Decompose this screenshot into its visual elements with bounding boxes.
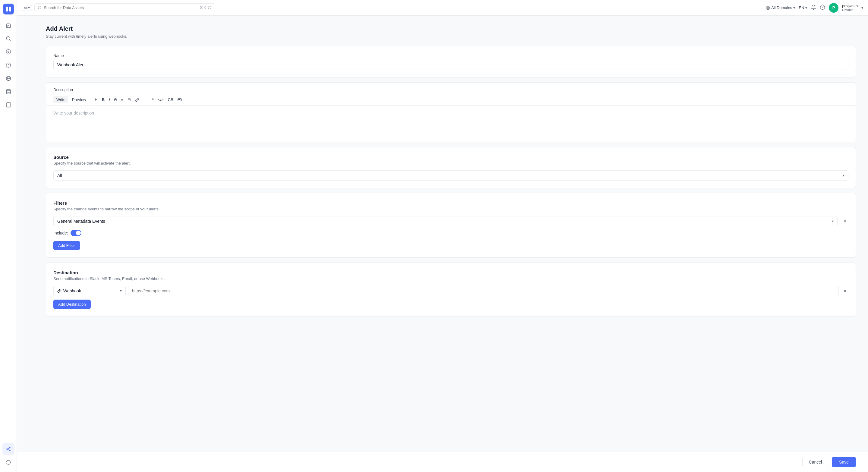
name-input[interactable] [53,60,848,70]
filters-description: Specify the change events to narrow the … [53,207,848,211]
toolbar-divider-1 [91,97,91,102]
cancel-button[interactable]: Cancel [802,457,828,467]
domain-label: All Domains [771,5,792,10]
user-role: Default [842,8,858,12]
filter-type-dropdown[interactable]: General Metadata Events ▾ [53,216,838,226]
sidebar-item-book[interactable] [2,99,14,111]
sidebar-item-insights[interactable] [2,59,14,71]
add-destination-button[interactable]: Add Destination [53,300,91,309]
sidebar-item-search[interactable] [2,33,14,44]
divider-btn[interactable]: — [142,96,149,103]
sidebar-item-refresh[interactable] [2,456,14,468]
svg-point-21 [208,6,211,9]
source-description: Specify the source that will activate th… [53,161,848,165]
domain-selector[interactable]: All Domains ▾ [766,5,795,10]
svg-rect-2 [6,9,8,11]
source-chevron-icon: ▾ [843,173,844,178]
svg-point-14 [7,449,7,450]
topbar: All ▾ ⌘ K All Domains ▾ EN ▾ P prajwal.p… [17,0,868,16]
search-submit-icon [208,6,212,10]
description-editor[interactable]: Write your description [46,106,856,142]
svg-point-4 [6,36,10,40]
add-filter-button[interactable]: Add Filter [53,241,80,250]
remove-destination-button[interactable]: ✕ [841,287,848,294]
user-name: prajwal.p [842,4,858,8]
sidebar-item-globe[interactable] [2,72,14,84]
source-section: Source Specify the source that will acti… [46,147,856,188]
code-btn[interactable]: </> [156,96,165,103]
filter-chevron-icon: ▾ [832,219,834,223]
svg-rect-3 [9,9,11,11]
include-toggle[interactable] [70,230,82,236]
user-info: prajwal.p Default [842,4,858,12]
lang-chevron-icon: ▾ [805,6,807,10]
lang-selector[interactable]: EN ▾ [799,5,807,10]
webhook-icon [57,289,61,293]
filters-title: Filters [53,200,848,206]
destination-description: Send notifications to Slack, MS Teams, E… [53,276,848,281]
user-avatar[interactable]: P [829,3,838,13]
unordered-list-btn[interactable]: ≡ [119,96,125,103]
search-shortcut: ⌘ K [199,6,206,10]
save-button[interactable]: Save [832,457,856,467]
sidebar [0,0,17,472]
markdown-btn[interactable] [176,96,184,103]
destination-type-dropdown[interactable]: Webhook ▾ [53,286,126,296]
blockquote-btn[interactable]: ❝ [150,96,156,103]
svg-point-6 [6,50,10,54]
description-section: Description Write Preview H B I S ≡ ⊟ — … [46,82,856,142]
svg-point-13 [6,90,10,91]
name-section: Name [46,46,856,77]
svg-point-16 [9,450,10,451]
svg-point-15 [9,447,10,448]
search-all-dropdown[interactable]: All ▾ [22,5,32,11]
sidebar-item-home[interactable] [2,19,14,31]
italic-btn[interactable]: I [107,96,112,103]
destination-section: Destination Send notifications to Slack,… [46,262,856,316]
filters-section: Filters Specify the change events to nar… [46,193,856,258]
editor-toolbar: Write Preview H B I S ≡ ⊟ — ❝ </> CB [46,94,856,106]
page-title: Add Alert [46,25,856,32]
user-menu-chevron-icon[interactable]: ▾ [861,6,863,10]
write-tab[interactable]: Write [53,96,68,103]
description-label: Description [46,83,856,92]
notifications-icon[interactable] [811,4,816,11]
source-value: All [57,173,62,178]
svg-rect-1 [9,7,11,9]
main-content: Add Alert Stay current with timely alert… [34,16,868,472]
domain-chevron-icon: ▾ [793,6,795,10]
include-row: Include: [53,230,848,236]
toggle-knob [76,230,81,235]
search-input[interactable] [44,5,198,10]
heading-btn[interactable]: H [93,96,99,103]
page-subtitle: Stay current with timely alerts using we… [46,34,856,39]
search-icon [38,6,42,10]
destination-url-input[interactable] [128,286,839,296]
topbar-right: All Domains ▾ EN ▾ P prajwal.p Default ▾ [766,3,863,13]
svg-rect-0 [6,7,8,9]
remove-filter-button[interactable]: ✕ [841,218,848,225]
bold-btn[interactable]: B [100,96,106,103]
filter-value: General Metadata Events [57,219,105,224]
destination-type-value: Webhook [63,288,81,293]
svg-line-5 [9,39,10,40]
source-dropdown[interactable]: All ▾ [53,170,848,181]
help-icon[interactable] [820,4,825,11]
link-btn[interactable] [133,96,141,103]
page-footer: Cancel Save [17,452,868,472]
globe-icon [766,6,770,10]
search-bar[interactable]: ⌘ K [34,3,215,12]
filter-row: General Metadata Events ▾ ✕ [53,216,848,226]
destination-chevron-icon: ▾ [120,289,122,293]
svg-point-19 [38,6,41,9]
preview-tab[interactable]: Preview [69,96,89,103]
sidebar-item-pipelines[interactable] [2,443,14,455]
strikethrough-btn[interactable]: S [113,96,119,103]
ordered-list-btn[interactable]: ⊟ [126,96,133,103]
all-chevron-icon: ▾ [28,6,30,10]
sidebar-item-discover[interactable] [2,46,14,58]
name-label: Name [53,53,848,58]
sidebar-item-database[interactable] [2,86,14,98]
codeblock-btn[interactable]: CB [166,96,175,103]
destination-title: Destination [53,270,848,275]
